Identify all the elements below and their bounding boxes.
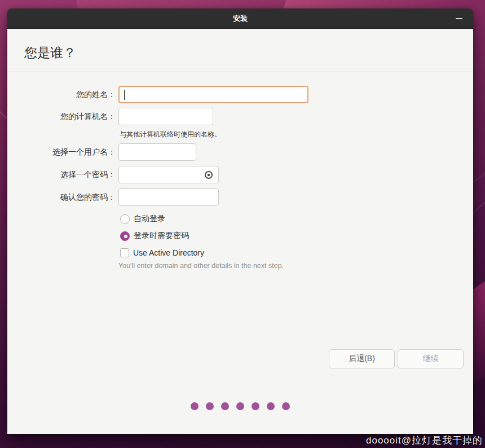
page-title: 您是谁？: [24, 44, 76, 62]
require-password-option[interactable]: 登录时需要密码: [120, 231, 189, 241]
auto-login-option[interactable]: 自动登录: [120, 214, 165, 224]
active-directory-option[interactable]: Use Active Directory: [120, 248, 204, 258]
titlebar[interactable]: 安装: [7, 8, 473, 29]
username-label: 选择一个用户名：: [7, 143, 116, 161]
watermark: dooooit@拉灯是我干掉的: [366, 434, 483, 447]
progress-dot: [282, 402, 290, 410]
require-password-label[interactable]: 登录时需要密码: [134, 231, 189, 241]
require-password-radio[interactable]: [120, 231, 130, 241]
active-directory-checkbox[interactable]: [120, 248, 129, 257]
hostname-label: 您的计算机名：: [7, 108, 116, 125]
fullname-input[interactable]: [120, 87, 307, 102]
active-directory-label[interactable]: Use Active Directory: [133, 248, 204, 257]
fullname-label: 您的姓名：: [7, 86, 116, 103]
fullname-field[interactable]: [118, 86, 308, 103]
auto-login-radio[interactable]: [120, 214, 130, 224]
hostname-hint: 与其他计算机联络时使用的名称。: [120, 130, 221, 139]
desktop-background: 安装 您是谁？ 您的姓名： 您的计算机名： 与其他计算机联络时使用的名称。 选择…: [0, 0, 485, 448]
confirm-password-label: 确认您的密码：: [7, 188, 116, 206]
text-caret: [124, 90, 125, 100]
confirm-password-field[interactable]: [118, 188, 219, 206]
active-directory-hint: You'll enter domain and other details in…: [118, 262, 284, 270]
progress-dot: [236, 402, 244, 410]
continue-button[interactable]: 继续: [398, 349, 464, 368]
window-title: 安装: [7, 8, 473, 29]
progress-dot: [191, 402, 199, 410]
minimize-button[interactable]: [453, 8, 465, 29]
eye-icon[interactable]: [204, 170, 214, 182]
username-field[interactable]: [118, 143, 196, 161]
confirm-password-input[interactable]: [119, 189, 218, 205]
username-input[interactable]: [119, 144, 196, 160]
progress-dot: [206, 402, 214, 410]
back-button[interactable]: 后退(B): [329, 349, 395, 368]
hostname-field[interactable]: [118, 108, 213, 125]
progress-dot: [252, 402, 259, 410]
installer-content: 您是谁？ 您的姓名： 您的计算机名： 与其他计算机联络时使用的名称。 选择一个用…: [7, 29, 473, 434]
progress-dot: [221, 402, 229, 410]
progress-dot: [267, 402, 275, 410]
installer-window: 安装 您是谁？ 您的姓名： 您的计算机名： 与其他计算机联络时使用的名称。 选择…: [7, 8, 473, 434]
auto-login-label[interactable]: 自动登录: [134, 214, 165, 224]
progress-dots: [191, 402, 290, 410]
password-label: 选择一个密码：: [7, 166, 116, 183]
password-field[interactable]: [118, 166, 219, 183]
hostname-input[interactable]: [119, 108, 213, 125]
header-separator: [7, 72, 473, 72]
minimize-icon: [456, 18, 462, 19]
